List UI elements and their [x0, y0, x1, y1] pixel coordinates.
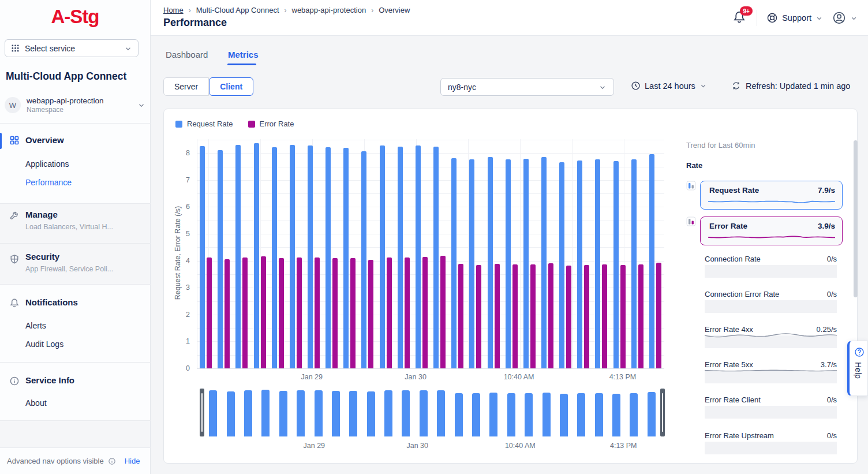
error-rate-bar[interactable] [332, 258, 338, 368]
breadcrumb-namespace[interactable]: webapp-api-protection [292, 6, 366, 14]
error-rate-bar[interactable] [350, 258, 356, 368]
request-rate-bar[interactable] [398, 147, 403, 368]
help-button[interactable]: Help [847, 341, 868, 396]
refresh-button[interactable]: Refresh: Updated 1 min ago [731, 81, 850, 91]
request-rate-bar[interactable] [343, 148, 349, 368]
namespace-selector[interactable]: W webapp-api-protection Namespace [5, 95, 145, 115]
request-rate-bar[interactable] [272, 147, 277, 368]
trend-panel-scrollbar[interactable] [854, 140, 858, 297]
request-rate-bar[interactable] [577, 161, 582, 368]
request-rate-bar[interactable] [326, 147, 331, 368]
breadcrumb-overview[interactable]: Overview [379, 6, 410, 14]
metric-row[interactable]: Error Rate Upstream0/s [705, 431, 837, 456]
error-rate-bar[interactable] [638, 264, 643, 368]
sidebar-item-overview[interactable]: Overview [25, 135, 64, 145]
error-rate-bar[interactable] [512, 264, 518, 368]
navigator-handle-left[interactable] [200, 389, 204, 436]
request-rate-bar[interactable] [488, 157, 493, 368]
error-rate-bar[interactable] [422, 257, 428, 368]
request-rate-bar[interactable] [451, 158, 457, 368]
metric-row[interactable]: Connection Error Rate0/s [705, 290, 837, 314]
request-rate-bar[interactable] [631, 159, 637, 368]
sidebar-item-alerts[interactable]: Alerts [25, 321, 46, 330]
breadcrumb-product[interactable]: Multi-Cloud App Connect [196, 6, 279, 14]
notifications-bell-button[interactable]: 9+ [732, 10, 747, 25]
error-rate-bar[interactable] [207, 257, 212, 368]
request-rate-bar[interactable] [595, 159, 600, 368]
request-rate-bar[interactable] [235, 145, 241, 368]
request-rate-bar[interactable] [506, 159, 511, 368]
request-rate-bar[interactable] [218, 150, 223, 368]
request-rate-bar[interactable] [469, 159, 474, 368]
error-rate-bar[interactable] [656, 263, 661, 368]
error-rate-bar[interactable] [476, 265, 481, 368]
request-rate-bar[interactable] [649, 154, 654, 368]
tab-metrics[interactable]: Metrics [228, 50, 259, 59]
error-rate-bar[interactable] [530, 264, 536, 368]
toggle-client-button[interactable]: Client [209, 77, 253, 96]
metric-row[interactable]: Error Rate 5xx3.7/s [705, 360, 837, 385]
metric-row[interactable]: Connection Rate0/s [705, 255, 837, 279]
divider [0, 362, 151, 363]
error-rate-bar[interactable] [225, 259, 230, 368]
request-rate-bars-icon[interactable] [686, 181, 696, 191]
sidebar-item-performance[interactable]: Performance [25, 178, 72, 187]
error-rate-bar[interactable] [548, 263, 553, 368]
navigator-handle-right[interactable] [660, 389, 665, 436]
time-range-dropdown[interactable]: Last 24 hours [631, 81, 707, 91]
trend-card-request-rate[interactable]: Request Rate 7.9/s [700, 181, 843, 210]
sidebar-item-audit-logs[interactable]: Audit Logs [25, 339, 63, 349]
tab-dashboard[interactable]: Dashboard [166, 50, 208, 59]
error-rate-bar[interactable] [620, 265, 626, 368]
sidebar-item-manage[interactable]: Manage [25, 210, 58, 219]
error-rate-bar[interactable] [602, 264, 607, 368]
sidebar-item-security[interactable]: Security [25, 252, 59, 262]
request-rate-bar[interactable] [416, 145, 421, 368]
error-rate-bar[interactable] [279, 258, 284, 368]
sidebar-item-notifications[interactable]: Notifications [25, 297, 78, 307]
error-rate-bar[interactable] [242, 257, 248, 368]
select-service-dropdown[interactable]: Select service [5, 39, 139, 57]
error-rate-bar[interactable] [584, 265, 589, 368]
request-rate-bar[interactable] [290, 145, 295, 368]
request-rate-bar[interactable] [308, 145, 313, 368]
legend-item-error-rate[interactable]: Error Rate [248, 120, 294, 128]
error-rate-bar[interactable] [440, 256, 446, 368]
error-rate-bar[interactable] [315, 257, 320, 368]
sidebar-item-service-info[interactable]: Service Info [25, 375, 74, 385]
trend-card-error-rate[interactable]: Error Rate 3.9/s [700, 217, 843, 245]
request-rate-bar[interactable] [559, 162, 564, 368]
sidebar-item-applications[interactable]: Applications [25, 159, 69, 169]
site-selector-dropdown[interactable]: ny8-nyc [440, 78, 614, 96]
hide-nav-button[interactable]: Hide [125, 457, 140, 465]
error-rate-bar[interactable] [297, 257, 302, 368]
sidebar-item-about[interactable]: About [25, 398, 47, 408]
request-rate-bar[interactable] [523, 159, 529, 368]
request-rate-bar[interactable] [361, 151, 366, 368]
breadcrumb-home[interactable]: Home [163, 6, 184, 14]
request-rate-bar[interactable] [380, 145, 385, 368]
error-rate-bar[interactable] [261, 256, 266, 368]
request-rate-bar[interactable] [254, 143, 259, 368]
navigator-bar [209, 390, 217, 436]
request-rate-bar[interactable] [541, 157, 547, 368]
toggle-server-button[interactable]: Server [163, 77, 209, 96]
metric-row[interactable]: Error Rate 4xx0.25/s [705, 325, 837, 349]
error-rate-bar[interactable] [387, 257, 392, 368]
user-account-menu[interactable] [832, 11, 858, 25]
legend-item-request-rate[interactable]: Request Rate [175, 120, 233, 128]
error-rate-bar[interactable] [368, 260, 373, 368]
error-rate-bar[interactable] [405, 257, 410, 368]
legend-swatch-request [175, 121, 182, 128]
error-rate-bars-icon[interactable] [686, 217, 696, 226]
error-rate-bar[interactable] [495, 264, 500, 368]
request-rate-bar[interactable] [613, 161, 619, 368]
sidebar: A-Stg Select service Multi-Cloud App Con… [0, 0, 151, 474]
metric-sparkline [705, 331, 837, 342]
request-rate-bar[interactable] [200, 146, 205, 368]
request-rate-bar[interactable] [433, 147, 439, 368]
error-rate-bar[interactable] [458, 264, 463, 368]
metric-row[interactable]: Error Rate Client0/s [705, 395, 837, 420]
error-rate-bar[interactable] [566, 266, 571, 368]
support-menu[interactable]: Support [766, 12, 823, 24]
